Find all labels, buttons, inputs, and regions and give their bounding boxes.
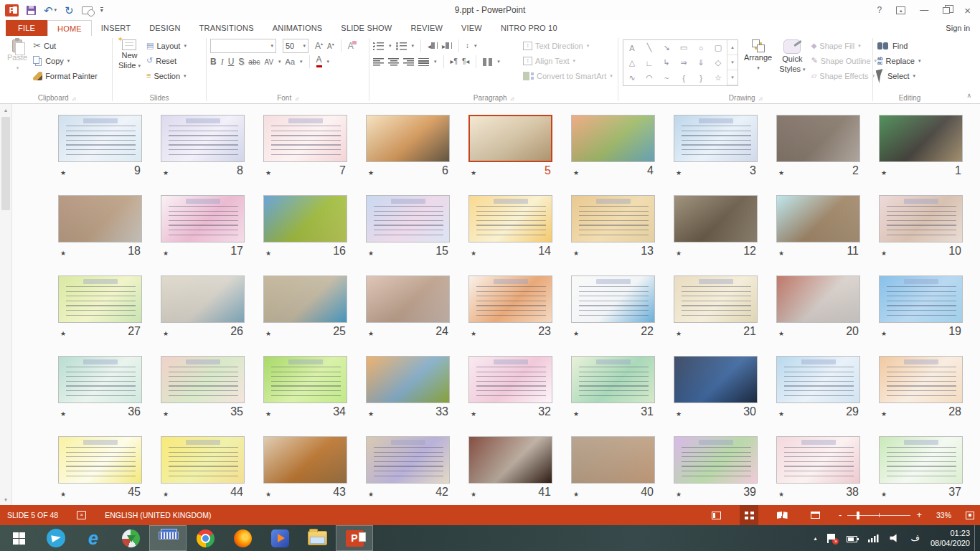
tab-file[interactable]: FILE bbox=[6, 20, 47, 36]
align-center-icon[interactable] bbox=[388, 58, 399, 66]
shape-gallery-item-9[interactable]: ⇒ bbox=[675, 55, 692, 70]
minimize-button[interactable]: — bbox=[920, 6, 928, 14]
font-dialog-launcher-icon[interactable]: ◿ bbox=[295, 95, 298, 100]
slide-thumbnail-44[interactable] bbox=[161, 436, 245, 484]
slide-thumbnail-16[interactable] bbox=[263, 195, 347, 242]
battery-icon[interactable] bbox=[847, 536, 857, 542]
decrease-font-size-button[interactable]: A▾ bbox=[327, 42, 334, 50]
taskbar-onscreen-keyboard[interactable] bbox=[149, 525, 187, 551]
reading-view-button[interactable] bbox=[773, 505, 791, 525]
shape-gallery-item-2[interactable]: ↘ bbox=[658, 40, 675, 55]
zoom-slider[interactable] bbox=[847, 515, 910, 516]
vertical-scrollbar[interactable]: ▴ ▾ bbox=[0, 104, 12, 505]
font-color-button[interactable]: A bbox=[316, 56, 322, 67]
shape-gallery-item-11[interactable]: ◇ bbox=[710, 55, 727, 70]
taskbar-firefox[interactable] bbox=[224, 525, 261, 551]
show-desktop-button[interactable] bbox=[974, 525, 980, 551]
shape-gallery-item-14[interactable]: ~ bbox=[658, 70, 675, 85]
select-button[interactable]: Select▾ bbox=[875, 68, 923, 83]
close-button[interactable]: × bbox=[964, 6, 971, 15]
collapse-ribbon-icon[interactable]: ∧ bbox=[966, 92, 971, 99]
quick-styles-button[interactable]: Quick Styles▾ bbox=[776, 38, 809, 75]
italic-button[interactable]: I bbox=[221, 57, 224, 67]
strikethrough-button[interactable]: abc bbox=[248, 58, 260, 66]
slide-thumbnail-9[interactable] bbox=[58, 115, 142, 162]
normal-view-button[interactable] bbox=[707, 505, 725, 525]
text-shadow-button[interactable]: S bbox=[238, 57, 244, 67]
shape-gallery-item-8[interactable]: ↳ bbox=[658, 55, 675, 70]
text-direction-button[interactable]: ↕Text Direction▾ bbox=[521, 38, 615, 53]
tab-review[interactable]: REVIEW bbox=[401, 20, 452, 36]
slide-thumbnail-45[interactable] bbox=[58, 436, 142, 484]
clipboard-dialog-launcher-icon[interactable]: ◿ bbox=[72, 95, 76, 100]
shape-gallery-scrollbar[interactable]: ▴ ▾ ▾ bbox=[727, 40, 738, 85]
columns-icon[interactable] bbox=[483, 58, 492, 66]
tab-animations[interactable]: ANIMATIONS bbox=[263, 20, 332, 36]
shape-gallery-item-3[interactable]: ▭ bbox=[675, 40, 692, 55]
input-language-indicator[interactable]: ف bbox=[910, 533, 919, 543]
slide-thumbnail-18[interactable] bbox=[58, 195, 142, 242]
slide-thumbnail-43[interactable] bbox=[263, 436, 347, 484]
spell-check-icon[interactable]: × bbox=[77, 511, 86, 519]
shape-gallery-item-0[interactable]: A bbox=[623, 40, 641, 55]
shape-gallery-item-4[interactable]: ○ bbox=[692, 40, 710, 55]
tab-home[interactable]: HOME bbox=[47, 20, 92, 36]
slide-thumbnail-25[interactable] bbox=[263, 276, 347, 323]
undo-button[interactable]: ↶▾ bbox=[44, 6, 57, 15]
sign-in-link[interactable]: Sign in bbox=[946, 20, 980, 36]
copy-button[interactable]: Copy▾ bbox=[31, 53, 100, 68]
slide-thumbnail-35[interactable] bbox=[161, 356, 245, 403]
new-slide-button[interactable]: New Slide▾ bbox=[115, 38, 144, 72]
bold-button[interactable]: B bbox=[210, 57, 217, 67]
justify-icon[interactable] bbox=[418, 58, 429, 66]
zoom-percentage[interactable]: 33% bbox=[936, 511, 951, 519]
slide-thumbnail-17[interactable] bbox=[161, 195, 245, 242]
fit-to-window-icon[interactable] bbox=[966, 512, 974, 519]
slide-thumbnail-1[interactable] bbox=[879, 115, 963, 162]
shape-gallery-item-5[interactable]: ▢ bbox=[710, 40, 727, 55]
slide-thumbnail-38[interactable] bbox=[776, 436, 860, 484]
left-to-right-icon[interactable]: ▸¶ bbox=[451, 58, 458, 65]
slide-thumbnail-30[interactable] bbox=[674, 356, 758, 403]
zoom-slider-thumb[interactable] bbox=[857, 512, 859, 519]
slide-thumbnail-20[interactable] bbox=[776, 276, 860, 323]
arrange-button[interactable]: Arrange ▾ bbox=[740, 38, 776, 74]
layout-button[interactable]: ▤Layout▾ bbox=[144, 38, 189, 53]
slide-thumbnail-21[interactable] bbox=[674, 276, 758, 323]
convert-to-smartart-button[interactable]: Convert to SmartArt▾ bbox=[521, 68, 615, 83]
taskbar-file-explorer[interactable] bbox=[298, 525, 336, 551]
scroll-up-icon[interactable]: ▴ bbox=[0, 104, 11, 116]
slide-thumbnail-28[interactable] bbox=[879, 356, 963, 403]
shape-gallery-item-1[interactable]: ╲ bbox=[641, 40, 658, 55]
slide-thumbnail-5[interactable] bbox=[468, 115, 552, 162]
align-left-icon[interactable] bbox=[373, 58, 384, 66]
slide-thumbnail-13[interactable] bbox=[571, 195, 655, 242]
ribbon-display-options-button[interactable]: ▴ bbox=[896, 6, 905, 14]
shape-gallery-item-16[interactable]: } bbox=[692, 70, 710, 85]
restore-button[interactable] bbox=[943, 7, 950, 14]
slide-thumbnail-34[interactable] bbox=[263, 356, 347, 403]
taskbar-chrome[interactable] bbox=[187, 525, 224, 551]
taskbar-clock[interactable]: 01:23 08/04/2020 bbox=[930, 528, 970, 548]
character-spacing-button[interactable]: AV bbox=[264, 58, 273, 66]
reset-button[interactable]: ↺Reset bbox=[144, 53, 189, 68]
slide-thumbnail-23[interactable] bbox=[468, 276, 552, 323]
volume-icon[interactable] bbox=[890, 534, 900, 542]
shape-gallery-item-17[interactable]: ☆ bbox=[710, 70, 727, 85]
start-slideshow-icon[interactable] bbox=[82, 6, 93, 14]
help-button[interactable]: ? bbox=[877, 6, 882, 14]
shape-gallery-item-10[interactable]: ⇓ bbox=[692, 55, 710, 70]
slide-thumbnail-26[interactable] bbox=[161, 276, 245, 323]
slide-thumbnail-14[interactable] bbox=[468, 195, 552, 242]
shape-gallery-item-12[interactable]: ∿ bbox=[623, 70, 641, 85]
shape-effects-button[interactable]: ▱Shape Effects▾ bbox=[809, 68, 879, 83]
right-to-left-icon[interactable]: ¶◂ bbox=[462, 58, 469, 65]
customize-qat-icon[interactable]: ▾ bbox=[100, 7, 103, 13]
gallery-scroll-down-icon[interactable]: ▾ bbox=[727, 55, 738, 70]
shape-outline-button[interactable]: ✎Shape Outline▾ bbox=[809, 53, 879, 68]
paragraph-dialog-launcher-icon[interactable]: ◿ bbox=[511, 95, 514, 100]
drawing-dialog-launcher-icon[interactable]: ◿ bbox=[759, 95, 763, 100]
save-icon[interactable] bbox=[27, 6, 36, 15]
taskbar-media-player[interactable] bbox=[261, 525, 298, 551]
bullets-icon[interactable] bbox=[373, 42, 384, 50]
